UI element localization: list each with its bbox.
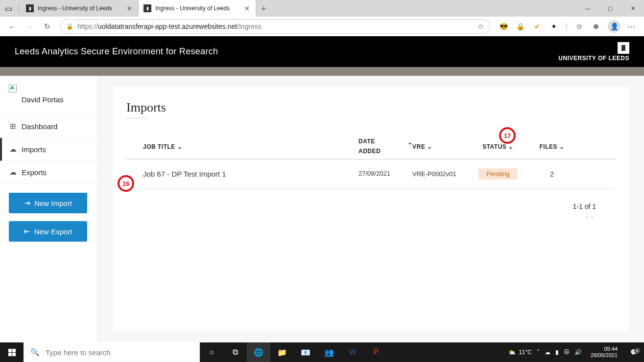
- word-icon[interactable]: W: [341, 342, 364, 362]
- profile-avatar[interactable]: 👤: [608, 20, 620, 33]
- powerpoint-icon[interactable]: P: [364, 342, 388, 362]
- close-icon[interactable]: ✕: [125, 4, 133, 12]
- minimize-button[interactable]: —: [576, 0, 599, 17]
- browser-tab-1[interactable]: ▮ Ingress - University of Leeds ✕: [139, 0, 256, 17]
- outlook-icon[interactable]: 📧: [294, 342, 317, 362]
- sidebar-item-dashboard[interactable]: ⊞ Dashboard: [0, 115, 97, 138]
- chevron-up-icon[interactable]: ˄: [537, 349, 540, 356]
- clock[interactable]: 09:44 28/09/2021: [587, 346, 621, 359]
- forward-button: →: [21, 18, 38, 35]
- sidebar-item-exports[interactable]: ☁ Exports: [0, 161, 97, 184]
- table-row[interactable]: Job 67 - DP Test Import 1 27/09/2021 VRE…: [126, 159, 616, 189]
- lock-icon: 🔒: [66, 23, 73, 30]
- browser-tab-0[interactable]: ▮ Ingress - University of Leeds ✕: [21, 0, 139, 17]
- url-path: /Ingress: [237, 23, 262, 30]
- chevron-down-icon: ⌄: [427, 143, 432, 150]
- close-window-button[interactable]: ✕: [621, 0, 644, 17]
- sidebar-buttons: ⇥ New Import ⇤ New Export: [0, 184, 97, 249]
- search-input[interactable]: [46, 348, 193, 357]
- refresh-button[interactable]: ↻: [38, 18, 56, 35]
- col-label-l2: ADDED: [358, 148, 381, 156]
- col-date-added[interactable]: DATE ADDED ⌄: [358, 138, 412, 155]
- edge-icon[interactable]: 🌐: [247, 342, 270, 362]
- url-host: uoldatatransferapi-app-test.azurewebsite…: [98, 23, 237, 30]
- sidebar-item-label: Dashboard: [22, 122, 57, 131]
- onedrive-icon[interactable]: ☁: [545, 349, 550, 356]
- page-title: Imports: [126, 100, 616, 115]
- favorite-icon[interactable]: ✩: [478, 23, 484, 30]
- pagination-arrows: ‹›: [126, 213, 596, 220]
- sidebar: David Portas ⊞ Dashboard ☁ Imports ☁ Exp…: [0, 76, 98, 343]
- cell-date-added: 27/09/2021: [358, 170, 412, 178]
- new-import-button[interactable]: ⇥ New Import: [9, 193, 87, 213]
- cloud-down-icon: ☁: [9, 145, 17, 154]
- annotation-16: 16: [118, 175, 134, 192]
- sidebar-item-imports[interactable]: ☁ Imports: [0, 138, 97, 161]
- nav-bar: ← → ↻ 🔒 https://uoldatatransferapi-app-t…: [0, 17, 644, 36]
- teams-icon[interactable]: 👥: [317, 342, 341, 362]
- decorative-strip: [0, 67, 644, 76]
- pagination-range: 1-1 of 1: [126, 203, 596, 210]
- taskbar-search[interactable]: 🔍: [24, 342, 200, 362]
- favorites-icon[interactable]: ✩: [574, 22, 584, 31]
- user-avatar-icon: [9, 85, 17, 92]
- chevron-down-icon: ⌄: [559, 143, 565, 150]
- weather-widget[interactable]: ⛅ 11°C: [508, 349, 532, 356]
- favicon-icon: ▮: [143, 4, 151, 12]
- col-label: VRE: [412, 143, 425, 150]
- tab-actions-button[interactable]: ▭: [0, 0, 17, 17]
- weather-icon: ⛅: [508, 349, 516, 356]
- new-export-button[interactable]: ⇤ New Export: [9, 221, 87, 242]
- imports-table: 16 17 JOB TITLE ⌄ DATE ADDED ⌄ VRE ⌄: [126, 138, 616, 220]
- address-bar[interactable]: 🔒 https://uoldatatransferapi-app-test.az…: [60, 19, 490, 34]
- prev-page-button[interactable]: ‹: [586, 213, 591, 220]
- notifications-button[interactable]: 💬 4: [626, 349, 641, 356]
- col-status[interactable]: STATUS ⌄: [466, 143, 530, 150]
- settings-menu-icon[interactable]: ⋯: [627, 22, 636, 31]
- ext-icon-2[interactable]: 🔒: [516, 22, 525, 31]
- explorer-icon[interactable]: 📁: [270, 342, 294, 362]
- task-icons: ○ ⧉ 🌐 📁 📧 👥 W P: [200, 342, 388, 362]
- app-header: Leeds Analytics Secure Environment for R…: [0, 36, 644, 67]
- volume-icon[interactable]: 🔊: [574, 349, 582, 356]
- next-page-button[interactable]: ›: [591, 213, 596, 220]
- col-files[interactable]: FILES ⌄: [530, 143, 574, 150]
- cell-status: Pending: [466, 168, 530, 180]
- divider: [19, 4, 19, 13]
- col-job-title[interactable]: JOB TITLE ⌄: [143, 143, 358, 150]
- battery-icon[interactable]: ▮: [555, 349, 559, 356]
- ext-icon-1[interactable]: 😎: [499, 22, 509, 31]
- wifi-icon[interactable]: ⦿: [564, 349, 570, 356]
- url-text: https://uoldatatransferapi-app-test.azur…: [77, 23, 478, 30]
- tab-title: Ingress - University of Leeds: [38, 5, 122, 12]
- start-button[interactable]: [0, 342, 24, 362]
- new-tab-button[interactable]: ＋: [256, 3, 271, 14]
- back-button[interactable]: ←: [3, 18, 21, 35]
- ext-icon-3[interactable]: ✔: [532, 22, 542, 31]
- sidebar-item-label: Imports: [22, 145, 46, 154]
- cell-vre: VRE-P0002v01: [412, 170, 466, 178]
- import-icon: ⇥: [24, 199, 30, 207]
- cloud-up-icon: ☁: [9, 168, 17, 177]
- system-tray: ⛅ 11°C ˄ ☁ ▮ ⦿ 🔊 09:44 28/09/2021 💬 4: [508, 346, 644, 359]
- tray-icons: ˄ ☁ ▮ ⦿ 🔊: [537, 349, 582, 356]
- content-area: Imports 16 17 JOB TITLE ⌄ DATE ADDED ⌄: [98, 76, 644, 343]
- col-label-l1: DATE: [358, 138, 375, 146]
- cell-files: 2: [530, 170, 574, 178]
- col-label: STATUS: [482, 143, 506, 150]
- status-badge: Pending: [478, 168, 518, 180]
- window-controls: — ▢ ✕: [576, 0, 644, 17]
- sidebar-item-label: Exports: [22, 168, 47, 177]
- cortana-icon[interactable]: ○: [200, 342, 223, 362]
- collections-icon[interactable]: ⊕: [591, 22, 601, 31]
- weather-temp: 11°C: [519, 349, 532, 356]
- maximize-button[interactable]: ▢: [599, 0, 621, 17]
- task-view-icon[interactable]: ⧉: [223, 342, 247, 362]
- col-vre[interactable]: VRE ⌄: [412, 143, 466, 150]
- button-label: New Import: [34, 199, 72, 207]
- extensions-icon[interactable]: ✦: [549, 22, 559, 31]
- close-icon[interactable]: ✕: [243, 4, 251, 12]
- user-block: David Portas: [0, 76, 97, 115]
- tab-title: Ingress - University of Leeds: [155, 5, 240, 12]
- cell-job-title: Job 67 - DP Test Import 1: [143, 170, 358, 178]
